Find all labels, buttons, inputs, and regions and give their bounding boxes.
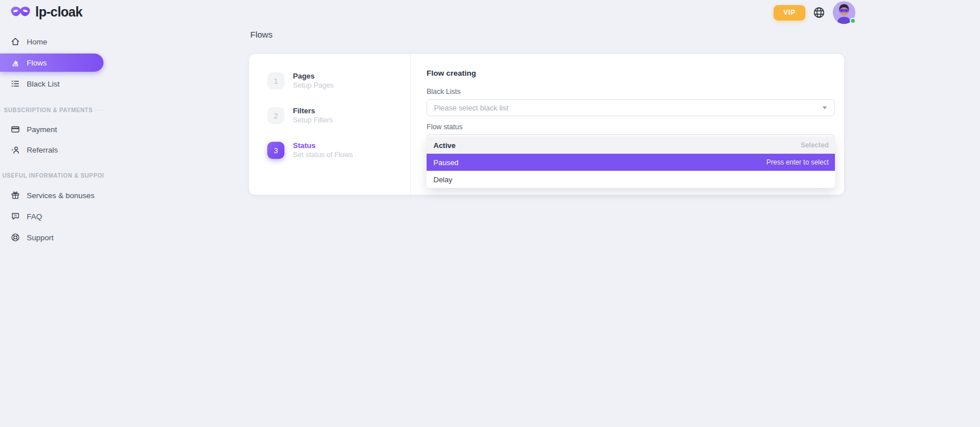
flow-status-dropdown: Active Selected Paused Press enter to se… xyxy=(427,137,835,188)
sidebar-item-label: Support xyxy=(27,233,53,242)
brand-name: lp-cloak xyxy=(35,5,82,20)
step-subtitle: Setup Pages xyxy=(293,81,334,89)
sidebar-item-label: Black List xyxy=(27,80,60,88)
step-filters[interactable]: 2 Filters Setup Filters xyxy=(267,107,410,124)
faq-chat-icon: ?! xyxy=(10,211,20,221)
option-label: Delay xyxy=(433,175,452,184)
online-status-dot xyxy=(850,18,856,24)
sidebar-item-label: Flows xyxy=(27,59,47,67)
flow-stepper: 1 Pages Setup Pages 2 Filters Setup Filt… xyxy=(249,54,411,195)
mask-logo-icon xyxy=(10,6,31,19)
sidebar-item-black-list[interactable]: Black List xyxy=(0,75,104,92)
chevron-down-icon xyxy=(822,106,827,109)
svg-text:?!: ?! xyxy=(14,214,17,217)
sidebar-section-useful-info: USEFUL INFORMATION & SUPPORT xyxy=(0,171,104,180)
black-lists-label: Black Lists xyxy=(427,88,835,96)
sidebar-item-payment[interactable]: Payment xyxy=(0,121,104,138)
option-paused[interactable]: Paused Press enter to select xyxy=(427,154,835,171)
sidebar-item-label: FAQ xyxy=(27,212,42,221)
sidebar-item-home[interactable]: Home xyxy=(0,33,104,50)
sidebar-section-subscription: SUBSCRIPTION & PAYMENTS xyxy=(0,105,104,114)
flows-stack-icon xyxy=(10,58,20,68)
option-hint: Press enter to select xyxy=(767,158,829,166)
sidebar: Home Flows Black List SUBSCRIPTION & xyxy=(0,33,104,246)
header-actions: VIP xyxy=(774,0,855,25)
sidebar-item-label: Services & bonuses xyxy=(27,191,94,200)
language-globe-icon[interactable] xyxy=(813,6,825,19)
vip-button[interactable]: VIP xyxy=(774,5,805,20)
step-subtitle: Setup Filters xyxy=(293,116,333,124)
app-root: lp-cloak VIP xyxy=(0,0,980,427)
brand-logo[interactable]: lp-cloak xyxy=(10,5,82,20)
step-pages[interactable]: 1 Pages Setup Pages xyxy=(267,72,410,89)
life-buoy-icon xyxy=(10,232,20,243)
panel-title: Flow creating xyxy=(427,69,835,77)
option-delay[interactable]: Delay xyxy=(427,171,835,188)
home-icon xyxy=(10,36,20,47)
credit-card-icon xyxy=(10,124,20,134)
sidebar-item-flows[interactable]: Flows xyxy=(0,54,104,72)
step-title: Filters xyxy=(293,106,333,115)
page-title: Flows xyxy=(250,30,272,39)
step-title: Pages xyxy=(293,72,334,80)
sidebar-item-label: Referrals xyxy=(27,146,58,154)
step-number-badge: 2 xyxy=(267,107,284,124)
step-title: Status xyxy=(293,141,353,150)
black-lists-placeholder: Please select black list xyxy=(434,104,508,112)
step-number-badge: 1 xyxy=(267,72,284,89)
gift-icon xyxy=(10,190,20,200)
user-avatar[interactable] xyxy=(833,1,855,24)
option-label: Paused xyxy=(433,158,458,167)
option-hint: Selected xyxy=(801,141,829,149)
option-label: Active xyxy=(433,141,456,150)
flow-creating-panel: Flow creating Black Lists Please select … xyxy=(411,54,844,195)
step-subtitle: Set status of Flows xyxy=(293,151,353,159)
option-active[interactable]: Active Selected xyxy=(427,137,835,154)
flow-status-label: Flow status xyxy=(427,123,835,131)
step-number-badge: 3 xyxy=(267,142,284,159)
sidebar-item-label: Home xyxy=(27,38,47,46)
list-icon xyxy=(10,79,20,89)
referral-user-icon xyxy=(10,145,20,155)
sidebar-item-support[interactable]: Support xyxy=(0,229,104,246)
sidebar-item-label: Payment xyxy=(27,125,57,134)
black-lists-select[interactable]: Please select black list xyxy=(427,99,835,116)
step-status[interactable]: 3 Status Set status of Flows xyxy=(267,142,410,159)
sidebar-item-referrals[interactable]: Referrals xyxy=(0,141,104,158)
sidebar-item-services[interactable]: Services & bonuses xyxy=(0,187,104,204)
flow-card: 1 Pages Setup Pages 2 Filters Setup Filt… xyxy=(249,54,844,195)
sidebar-item-faq[interactable]: ?! FAQ xyxy=(0,208,104,225)
